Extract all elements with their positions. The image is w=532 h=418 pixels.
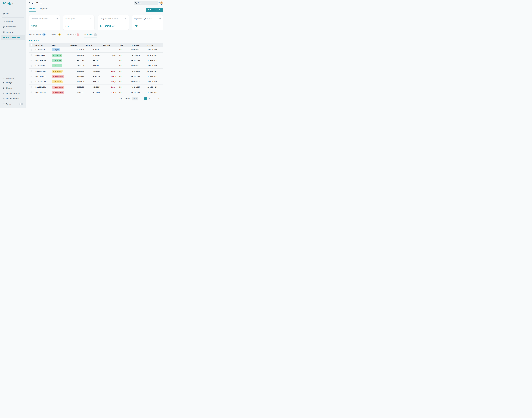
test-mode-toggle[interactable] xyxy=(19,103,23,105)
carrier-cell: DHL xyxy=(117,69,129,74)
sidebar-item-carrier-connections[interactable]: Carrier connections xyxy=(1,91,25,96)
subtab-discrepancies[interactable]: Discrepancies 8 xyxy=(66,34,79,37)
page-button-1[interactable]: 1 xyxy=(144,97,147,100)
row-checkbox[interactable] xyxy=(31,70,32,72)
tab-shipments[interactable]: Shipments xyxy=(40,8,48,12)
carrier-cell: DHL xyxy=(117,74,129,79)
expected-cell: €1.678,32 xyxy=(69,79,84,84)
sidebar-item-freight-settlement[interactable]: Freight Settlement xyxy=(1,35,25,40)
select-all-link[interactable]: Select all (67) xyxy=(29,40,39,41)
card-menu-icon[interactable] xyxy=(56,18,58,19)
row-checkbox[interactable] xyxy=(31,54,32,56)
due-date-cell: June 23, 2024 xyxy=(146,52,163,58)
subtab-ready-to-approve[interactable]: Ready to approve 78 xyxy=(29,34,46,37)
row-checkbox[interactable] xyxy=(31,81,32,82)
per-page-value: 25 xyxy=(133,98,135,100)
chat-icon xyxy=(53,70,55,72)
column-header-difference[interactable]: Difference xyxy=(100,43,117,47)
search-box[interactable]: ⌘K xyxy=(134,1,158,5)
column-header-expected[interactable]: Expected xyxy=(69,43,84,47)
status-label: Approved xyxy=(55,65,61,67)
card-title: Money reclaimed last month xyxy=(100,18,118,20)
invoice-no-cell: INV-2024-RX67 xyxy=(34,69,50,74)
difference-cell: €100,00 xyxy=(100,69,117,74)
gear-icon xyxy=(2,82,5,84)
due-date-cell: June 23, 2024 xyxy=(146,47,163,52)
page-button-3[interactable]: 3 xyxy=(151,97,154,100)
main-content: Freight Settlement ⌘K xyxy=(26,0,167,108)
page-button-2[interactable]: 2 xyxy=(148,97,151,100)
column-header-due-date[interactable]: Due date xyxy=(146,43,163,47)
search-icon xyxy=(135,2,137,4)
card-title: Open disputes xyxy=(65,18,75,20)
sidebar-item-addresses[interactable]: Addresses xyxy=(1,29,25,35)
column-header-invoice-date[interactable]: Invoice date xyxy=(129,43,146,47)
table-row[interactable]: INV-2024-QK29 Approved €4.821,93 €4.821,… xyxy=(29,63,163,69)
table-row[interactable]: INV-2024-UJ73 In Dispute €1.678,32 €1.97… xyxy=(29,79,163,84)
expected-cell: €2.963,58 xyxy=(69,69,84,74)
due-date-cell: June 23, 2024 xyxy=(146,69,163,74)
status-badge: Discrepancy xyxy=(52,86,64,89)
row-checkbox[interactable] xyxy=(31,76,32,77)
invoice-no-cell: INV-2024-UJ73 xyxy=(34,79,50,84)
invoice-no-cell: INV-2024-GH54 xyxy=(34,52,50,58)
column-header-carrier[interactable]: Carrier xyxy=(117,43,129,47)
subtab-all-invoices[interactable]: All invoices 92 xyxy=(84,34,97,37)
subtab-in-dispute[interactable]: In dispute 6 xyxy=(50,34,61,37)
exception-rules-button[interactable]: Exception rules xyxy=(146,8,163,12)
status-badge: Approved xyxy=(52,59,62,62)
stat-cards: Shipments without invoice 123 Open dispu… xyxy=(29,15,163,30)
results-per-page-select[interactable]: 25 xyxy=(132,97,138,100)
invoice-no-cell: INV-2024-QK29 xyxy=(34,63,50,69)
column-header-invoiced[interactable]: Invoiced xyxy=(84,43,100,47)
row-checkbox[interactable] xyxy=(31,86,32,88)
sidebar-item-shipping[interactable]: Shipping xyxy=(1,85,25,91)
chevron-left-icon[interactable] xyxy=(141,97,144,100)
sidebar-item-consignments[interactable]: Consignments xyxy=(1,24,25,29)
difference-cell: €200,00 xyxy=(100,84,117,90)
invoiced-cell: €3.063,58 xyxy=(84,69,100,74)
row-checkbox[interactable] xyxy=(31,60,32,61)
invoice-no-cell: INV-2024-YB92 xyxy=(34,90,50,95)
carrier-cell: DHL xyxy=(117,52,129,58)
column-header-invoice-no[interactable]: Invoice No. xyxy=(34,43,50,47)
difference-cell: €700,00 xyxy=(100,90,117,95)
table-row[interactable]: INV-2024-ZE11 Open €5.000,00 €5.000,00 D… xyxy=(29,47,163,52)
sidebar-item-settings[interactable]: Settings xyxy=(1,80,25,85)
tab-invoices[interactable]: Invoices xyxy=(29,8,36,12)
sidebar-item-new[interactable]: New... xyxy=(1,11,25,16)
card-menu-icon[interactable] xyxy=(125,18,127,19)
table-row[interactable]: INV-2024-PD82 Approved €9.507,16 €9.507,… xyxy=(29,58,163,63)
sidebar-item-user-management[interactable]: User management xyxy=(1,96,25,101)
card-menu-icon[interactable] xyxy=(90,18,92,19)
select-all-checkbox[interactable] xyxy=(31,44,32,46)
table-row[interactable]: INV-2024-VM35 Discrepancy €8.145,29 €8.6… xyxy=(29,74,163,79)
chevron-right-icon[interactable] xyxy=(161,97,163,100)
table-row[interactable]: INV-2024-YB92 Discrepancy €6.291,47 €6.9… xyxy=(29,90,163,95)
search-input[interactable] xyxy=(138,2,157,4)
sidebar-item-label: Shipments xyxy=(6,21,13,22)
row-checkbox[interactable] xyxy=(31,65,32,67)
difference-cell: €30,00 xyxy=(100,52,117,58)
page-button-10[interactable]: 10 xyxy=(157,97,160,100)
row-checkbox[interactable] xyxy=(31,92,32,93)
invoiced-cell: €3.952,84 xyxy=(84,84,100,90)
user-avatar[interactable] xyxy=(160,1,163,5)
sidebar-item-shipments[interactable]: Shipments xyxy=(1,19,25,24)
column-header-status[interactable]: Status xyxy=(50,43,69,47)
page-title: Freight Settlement xyxy=(29,2,42,4)
carrier-cell: DHL xyxy=(117,47,129,52)
invoiced-cell: €4.030,00 xyxy=(84,52,100,58)
card-menu-icon[interactable] xyxy=(159,18,161,19)
invoice-no-cell: INV-2024-VM35 xyxy=(34,74,50,79)
invoiced-cell: €1.978,32 xyxy=(84,79,100,84)
invoiced-cell: €6.991,47 xyxy=(84,90,100,95)
invoice-date-cell: May 23, 2025 xyxy=(129,47,146,52)
row-checkbox[interactable] xyxy=(31,49,32,51)
status-badge: Approved xyxy=(52,64,62,67)
table-row[interactable]: INV-2024-LS41 Discrepancy €3.752,84 €3.9… xyxy=(29,84,163,90)
expected-cell: €9.507,16 xyxy=(69,58,84,63)
status-label: Approved xyxy=(55,54,61,56)
table-row[interactable]: INV-2024-RX67 In Dispute €2.963,58 €3.06… xyxy=(29,69,163,74)
table-row[interactable]: INV-2024-GH54 Approved €4.000,00 €4.030,… xyxy=(29,52,163,58)
